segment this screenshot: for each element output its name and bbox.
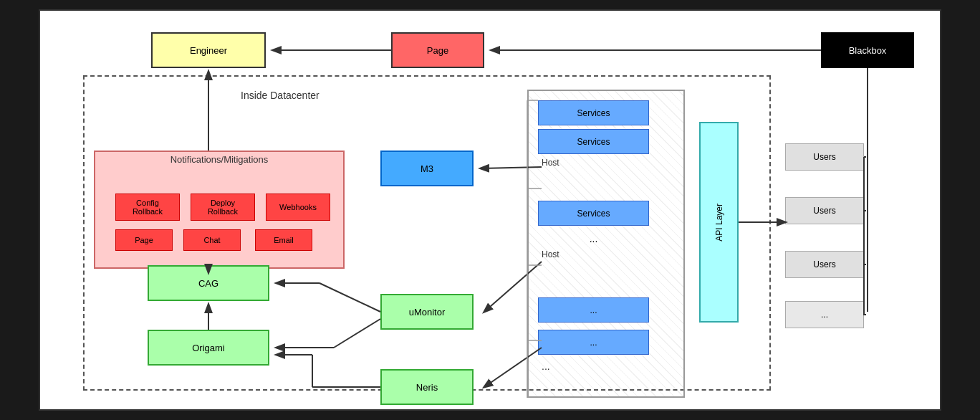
config-rollback-button: ConfigRollback xyxy=(115,194,180,221)
datacenter-label: Inside Datacenter xyxy=(241,90,320,101)
blackbox-box: Blackbox xyxy=(821,32,914,68)
dots-1-label: ... xyxy=(590,233,598,244)
email-label: Email xyxy=(274,236,294,244)
cag-box: CAG xyxy=(148,265,269,301)
m3-box: M3 xyxy=(380,151,474,186)
users-1-label: Users xyxy=(813,152,835,162)
page-box: Page xyxy=(391,32,484,68)
api-layer: API Layer xyxy=(699,122,739,323)
host-2-label: Host xyxy=(542,249,559,259)
deploy-rollback-button: DeployRollback xyxy=(191,194,255,221)
origami-label: Origami xyxy=(192,343,225,353)
engineer-label: Engineer xyxy=(190,45,227,56)
deploy-rollback-label: DeployRollback xyxy=(208,199,238,216)
notifications-title: Notifications/Mitigations xyxy=(94,154,345,165)
dots-svc-1: ... xyxy=(538,297,649,323)
chat-button: Chat xyxy=(183,229,241,251)
neris-box: Neris xyxy=(380,369,474,405)
origami-box: Origami xyxy=(148,330,269,366)
webhooks-label: Webhooks xyxy=(279,203,317,211)
m3-label: M3 xyxy=(421,163,433,174)
services-box-3: Services xyxy=(538,201,649,226)
webhooks-button: Webhooks xyxy=(266,194,330,221)
services-box-1: Services xyxy=(538,100,649,125)
users-3-label: Users xyxy=(813,259,835,269)
dots-bottom-label: ... xyxy=(542,361,550,372)
neris-label: Neris xyxy=(416,382,438,393)
cag-label: CAG xyxy=(198,278,218,289)
diagram-inner: Engineer Page Blackbox Inside Datacenter… xyxy=(40,11,940,409)
chat-label: Chat xyxy=(203,236,220,244)
services-box-2: Services xyxy=(538,129,649,154)
engineer-box: Engineer xyxy=(151,32,266,68)
host-1-label: Host xyxy=(542,158,559,168)
users-box-1: Users xyxy=(785,143,864,171)
config-rollback-label: ConfigRollback xyxy=(133,199,163,216)
users-dots-box: ... xyxy=(785,301,864,328)
umonitor-box: uMonitor xyxy=(380,294,474,330)
dots-svc-1-label: ... xyxy=(590,305,597,315)
email-button: Email xyxy=(255,229,312,251)
api-layer-label: API Layer xyxy=(714,204,724,242)
page-red-label: Page xyxy=(135,236,153,244)
services-1-label: Services xyxy=(577,108,610,118)
umonitor-label: uMonitor xyxy=(409,307,446,318)
page-red-button: Page xyxy=(115,229,173,251)
services-2-label: Services xyxy=(577,137,610,147)
users-box-3: Users xyxy=(785,251,864,278)
users-2-label: Users xyxy=(813,206,835,216)
dots-svc-2-label: ... xyxy=(590,338,597,348)
users-dots-label: ... xyxy=(821,310,828,320)
dots-1: ... xyxy=(538,229,649,247)
diagram-wrapper: Engineer Page Blackbox Inside Datacenter… xyxy=(39,9,941,411)
services-3-label: Services xyxy=(577,209,610,219)
page-label: Page xyxy=(427,45,448,56)
dots-svc-2: ... xyxy=(538,330,649,355)
blackbox-label: Blackbox xyxy=(849,45,887,56)
users-box-2: Users xyxy=(785,197,864,224)
